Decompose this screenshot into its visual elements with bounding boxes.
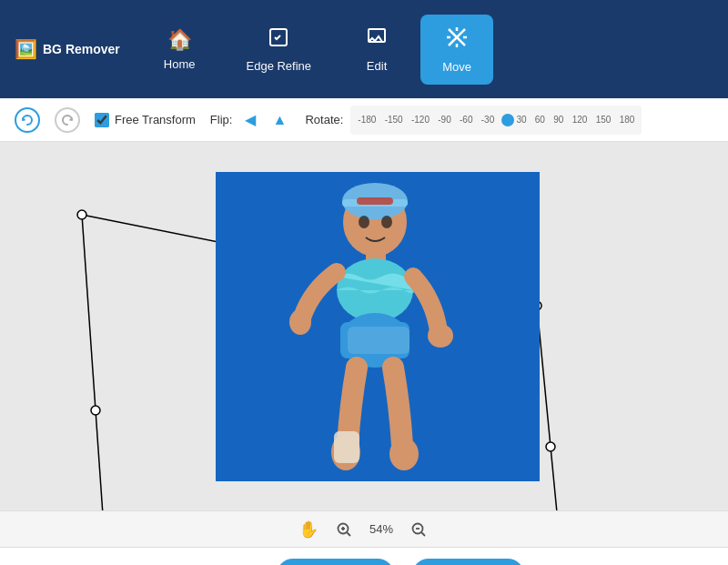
rotate-label: Rotate: xyxy=(305,113,343,126)
nav-move-label: Move xyxy=(442,60,471,74)
zoom-percent: 54% xyxy=(369,522,393,536)
move-icon xyxy=(445,25,469,55)
home-icon: 🏠 xyxy=(167,28,192,52)
undo-button[interactable] xyxy=(15,107,40,133)
flip-label: Flip: xyxy=(210,113,233,126)
svg-point-22 xyxy=(381,216,392,228)
redo-button[interactable] xyxy=(55,107,80,133)
nav-items: 🏠 Home Edge Refine Edit xyxy=(142,15,493,85)
svg-point-28 xyxy=(289,309,311,335)
nav-edit-label: Edit xyxy=(367,59,387,73)
nav-edge-refine-label: Edge Refine xyxy=(247,59,312,73)
arrow-indicator xyxy=(204,559,258,566)
action-bar: New Image Download xyxy=(0,547,728,565)
svg-point-29 xyxy=(428,324,453,348)
svg-point-13 xyxy=(546,442,555,451)
free-transform-checkbox[interactable] xyxy=(95,113,109,127)
hand-tool-icon[interactable]: ✋ xyxy=(298,520,318,540)
app-brand: 🖼️ BG Remover xyxy=(15,38,120,60)
nav-item-move[interactable]: Move xyxy=(420,15,493,85)
svg-point-21 xyxy=(359,216,369,228)
subject-image-container xyxy=(216,172,540,481)
canvas-area xyxy=(0,142,728,510)
rotate-ruler-labels: -180 -150 -120 -90 -60 -30 0 30 60 90 12… xyxy=(358,115,634,125)
subject-image xyxy=(216,172,540,481)
navbar: 🖼️ BG Remover 🏠 Home Edge Refine xyxy=(0,0,728,98)
svg-point-14 xyxy=(91,406,100,415)
svg-rect-20 xyxy=(357,197,393,205)
zoom-in-button[interactable] xyxy=(333,519,355,540)
child-figure-svg xyxy=(216,172,540,481)
svg-line-6 xyxy=(82,215,109,510)
brand-title: BG Remover xyxy=(43,42,120,56)
svg-rect-27 xyxy=(348,327,410,354)
svg-point-8 xyxy=(77,210,86,219)
brand-icon: 🖼️ xyxy=(15,38,37,60)
nav-home-label: Home xyxy=(164,57,196,71)
svg-line-5 xyxy=(537,306,564,510)
nav-item-home[interactable]: 🏠 Home xyxy=(142,15,217,85)
canvas-wrapper xyxy=(0,142,728,510)
svg-point-32 xyxy=(389,438,419,470)
edge-refine-icon xyxy=(268,26,289,54)
rotate-thumb[interactable] xyxy=(501,114,514,126)
edit-icon xyxy=(366,26,388,54)
svg-line-39 xyxy=(421,532,425,536)
nav-item-edit[interactable]: Edit xyxy=(340,15,413,85)
download-button[interactable]: Download xyxy=(412,559,524,566)
svg-rect-31 xyxy=(334,431,359,463)
flip-vertical-button[interactable]: ▲ xyxy=(268,109,290,131)
rotate-ruler[interactable]: -180 -150 -120 -90 -60 -30 0 30 60 90 12… xyxy=(350,106,642,135)
zoom-out-button[interactable] xyxy=(408,519,430,540)
arrow-svg xyxy=(204,559,258,566)
new-image-button[interactable]: New Image xyxy=(277,559,394,566)
nav-item-edge-refine[interactable]: Edge Refine xyxy=(225,15,334,85)
toolbar: Free Transform Flip: ◀ ▲ Rotate: -180 -1… xyxy=(0,98,728,142)
rotate-section: Rotate: -180 -150 -120 -90 -60 -30 0 30 … xyxy=(305,106,713,135)
flip-section: Flip: ◀ ▲ xyxy=(210,109,291,131)
status-bar: ✋ 54% xyxy=(0,510,728,547)
flip-horizontal-button[interactable]: ◀ xyxy=(239,109,261,131)
free-transform-label: Free Transform xyxy=(115,113,196,126)
svg-line-36 xyxy=(347,532,350,536)
free-transform-section: Free Transform xyxy=(95,113,196,127)
